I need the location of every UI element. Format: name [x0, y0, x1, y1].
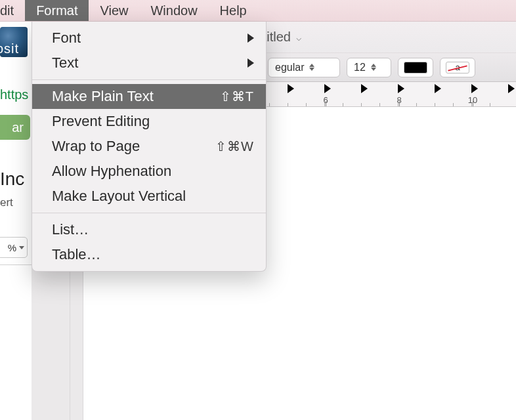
ruler-tick-minor — [379, 103, 380, 106]
tab-stop-icon[interactable] — [361, 84, 368, 93]
font-style-value: egular — [275, 62, 304, 74]
osit-text: osit — [0, 41, 19, 56]
inc-text: Inc — [0, 169, 24, 190]
ruler-tick — [326, 101, 326, 106]
menuitem-list[interactable]: List… — [32, 217, 266, 242]
ruler-tick-minor — [435, 103, 435, 106]
ar-chip[interactable]: ar — [0, 115, 30, 140]
menu-label: View — [100, 3, 128, 18]
color-swatch-black — [404, 62, 427, 74]
menuitem-label: Make Plain Text — [52, 88, 154, 105]
ar-text: ar — [12, 120, 24, 135]
ruler-tick-minor — [471, 103, 472, 106]
tab-stop-icon[interactable] — [508, 84, 515, 93]
submenu-arrow-icon — [247, 33, 254, 43]
ruler-tick — [473, 101, 473, 106]
menu-separator — [32, 79, 266, 80]
font-size-picker[interactable]: 12 — [347, 58, 391, 77]
menuitem-wrap-to-page[interactable]: Wrap to Page ⇧⌘W — [32, 134, 266, 159]
chevron-down-icon: ⌵ — [296, 32, 301, 43]
menuitem-make-layout-vertical[interactable]: Make Layout Vertical — [32, 184, 266, 209]
menuitem-label: Allow Hyphenation — [52, 163, 171, 180]
menuitem-allow-hyphenation[interactable]: Allow Hyphenation — [32, 159, 266, 184]
menu-label: Window — [150, 3, 197, 18]
tab-stop-icon[interactable] — [324, 84, 331, 93]
ruler-tick-minor — [269, 103, 270, 106]
stepper-icon — [309, 64, 314, 71]
left-strip: osit https ar Inc ert % — [0, 22, 32, 420]
divider — [0, 264, 32, 265]
menu-label: Help — [220, 3, 247, 18]
menu-format[interactable]: Format — [25, 0, 89, 21]
https-label: https — [0, 87, 28, 102]
ruler-tick-minor — [453, 103, 454, 106]
font-style-picker[interactable]: egular — [268, 58, 340, 77]
menu-separator — [32, 213, 266, 213]
tab-stop-icon[interactable] — [471, 84, 478, 93]
shortcut-label: ⇧⌘W — [215, 138, 254, 154]
ert-text: ert — [0, 196, 13, 209]
ruler-tick-minor — [361, 103, 362, 106]
menuitem-text[interactable]: Text — [32, 51, 266, 75]
menuitem-label: Font — [52, 30, 81, 47]
menuitem-label: Wrap to Page — [52, 138, 140, 155]
thumbnail: osit — [0, 27, 28, 57]
font-size-value: 12 — [354, 62, 366, 74]
menu-label: dit — [0, 3, 14, 18]
zoom-dropdown[interactable]: % — [0, 237, 28, 258]
ruler-tick-minor — [306, 103, 307, 106]
format-dropdown: Font Text Make Plain Text ⇧⌘T Prevent Ed… — [32, 22, 267, 272]
menuitem-label: Table… — [52, 246, 101, 263]
menu-edit-partial[interactable]: dit — [0, 0, 25, 21]
menubar: dit Format View Window Help — [0, 0, 516, 22]
menu-window[interactable]: Window — [139, 0, 208, 21]
menuitem-label: List… — [52, 221, 89, 238]
ruler-tick-minor — [416, 103, 417, 106]
menu-help[interactable]: Help — [209, 0, 258, 21]
menuitem-label: Prevent Editing — [52, 113, 150, 130]
ruler-tick-minor — [398, 103, 398, 106]
ruler-tick-minor — [490, 103, 490, 106]
ruler-tick-minor — [288, 103, 288, 106]
shortcut-label: ⇧⌘T — [220, 89, 254, 104]
stepper-icon — [371, 64, 376, 71]
zoom-value: % — [8, 242, 16, 253]
tab-stop-icon[interactable] — [288, 84, 294, 93]
no-highlight-swatch: a — [446, 62, 469, 74]
ruler-tick — [399, 101, 400, 106]
menuitem-table[interactable]: Table… — [32, 242, 266, 267]
swatch-letter: a — [455, 62, 460, 72]
menu-label: Format — [36, 3, 77, 18]
menuitem-make-plain-text[interactable]: Make Plain Text ⇧⌘T — [32, 84, 266, 109]
ruler-tick-minor — [343, 103, 343, 106]
menuitem-font[interactable]: Font — [32, 26, 266, 51]
menu-view[interactable]: View — [89, 0, 139, 21]
tab-stop-icon[interactable] — [398, 84, 404, 93]
ruler-tick-minor — [324, 103, 325, 106]
text-color-button[interactable] — [398, 58, 433, 77]
tab-stop-icon[interactable] — [435, 84, 441, 93]
submenu-arrow-icon — [247, 58, 254, 68]
menuitem-label: Make Layout Vertical — [52, 188, 186, 205]
highlight-color-button[interactable]: a — [440, 58, 475, 77]
menuitem-label: Text — [52, 54, 78, 72]
menuitem-prevent-editing[interactable]: Prevent Editing — [32, 109, 266, 134]
